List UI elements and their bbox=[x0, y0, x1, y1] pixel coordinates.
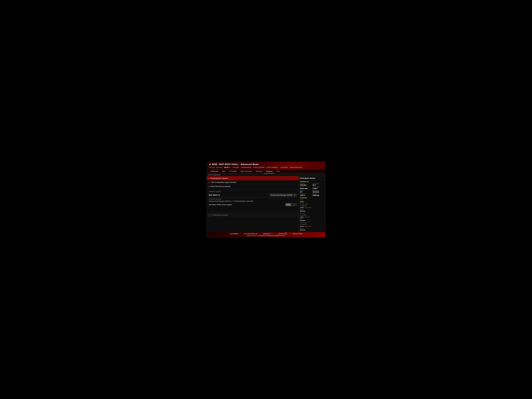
pred-cooler: Cooler 149 pts bbox=[300, 199, 324, 203]
pred-nonavx: NonAVX V reqfor 4600MHz 1.148 V Max nonA… bbox=[300, 203, 324, 212]
pred-avx: AVX V reqfor 4600MHz 1.220 V Max AVXStab… bbox=[300, 213, 324, 222]
tab-main[interactable]: Main bbox=[220, 169, 227, 173]
boot-option-1-value: Windows Boot Manager (SATA6G… bbox=[271, 194, 294, 196]
tab-dopolnitelno[interactable]: Дополнительно bbox=[239, 169, 254, 173]
qfan-shortcut[interactable]: ⚙ Qfan Control(F6) bbox=[253, 167, 265, 168]
day-display: Wednesday bbox=[216, 167, 223, 168]
hw-bclk: BCLK 100.00 MHz bbox=[300, 186, 311, 189]
lang-shortcut[interactable]: ⊕ Русский bbox=[233, 167, 239, 168]
tab-monitor[interactable]: Монитор bbox=[254, 169, 264, 173]
boot-option-1-row: Boot Option #1 Windows Boot Manager (SAT… bbox=[209, 193, 297, 197]
section-boot-config[interactable]: ▶ Конфигурация загрузки bbox=[207, 176, 299, 180]
prediction-title: Prediction bbox=[300, 197, 324, 199]
ezmode-label: EzMode(F7) bbox=[263, 233, 271, 234]
monitor-icon: 🖥 bbox=[300, 177, 302, 179]
hw-ratio-label: Ratio bbox=[300, 190, 311, 191]
hotkeys-link[interactable]: Hot Keys 7 bbox=[279, 233, 287, 234]
hw-dram-freq-label: DRAM Freq. bbox=[313, 190, 324, 191]
content-area: ▶ Конфигурация загрузки ▶ CSM (Compatibi… bbox=[207, 176, 299, 232]
ez-tuning-wizard-link[interactable]: EZ Tuning Wizard ⚙ bbox=[244, 233, 257, 234]
hw-core-voltage-value: 1.048 V bbox=[313, 188, 324, 189]
hw-bclk-value: 100.00 MHz bbox=[300, 188, 311, 189]
last-modified-label: Last Modified bbox=[230, 233, 238, 234]
section-label-safe: Меню безопасной загрузки bbox=[211, 185, 230, 187]
hw-temp-label: Temperature bbox=[313, 183, 324, 184]
search-faq-label: Search on FAQ bbox=[292, 233, 302, 234]
ezmode-link[interactable]: EzMode(F7) ⊣ bbox=[263, 233, 273, 234]
dropdown-arrow-icon: ▼ bbox=[294, 194, 295, 196]
nav-bar: Избранное Main Ai Tweaker Дополнительно … bbox=[207, 169, 325, 173]
header: ⚡ ROG UEFI BIOS Utility – Advanced Mode … bbox=[207, 162, 325, 169]
date-display: 10/28/2020 bbox=[209, 167, 215, 168]
ezmode-icon: ⊣ bbox=[271, 233, 273, 234]
info-footer: i Конфигурация загрузки bbox=[207, 213, 299, 218]
wizard-icon: ⚙ bbox=[256, 233, 257, 234]
info-text: Конфигурация загрузки bbox=[212, 214, 228, 216]
cpu-memory-title: CPU/Memory bbox=[300, 181, 324, 183]
section-label-boot: Конфигурация загрузки bbox=[211, 177, 228, 179]
priority-section: Приоритет загрузки Boot Option #1 Window… bbox=[207, 189, 299, 208]
hotkeys-num: 7 bbox=[285, 233, 287, 234]
clock-icon: ⊕ bbox=[229, 166, 230, 168]
hw-bclk-label: BCLK bbox=[300, 186, 311, 188]
ami-nvme-label: AMI Native NVMe Driver Support bbox=[209, 204, 232, 206]
last-modified-link[interactable]: Last Modified bbox=[230, 233, 238, 234]
sep4: | bbox=[290, 233, 290, 234]
hw-temp: Temperature 38°C bbox=[313, 183, 324, 186]
search-faq-link[interactable]: Search on FAQ bbox=[292, 233, 302, 234]
datetime-display: 10/28/2020 Wednesday 23:32 ⊕ bbox=[209, 166, 230, 168]
ai-oc-shortcut[interactable]: ● AI OC Guide(F11) bbox=[266, 167, 278, 168]
hw-dram-volt-value: 1.350 V bbox=[300, 195, 311, 196]
change-item: Windows Boot Manager (SATA6G_1: CT480BX5… bbox=[209, 200, 297, 203]
hw-dram-volt: DRAM Volt. 1.350 V bbox=[300, 193, 311, 196]
tab-zagruzka[interactable]: Загрузка bbox=[264, 169, 275, 173]
hw-freq-value: 3700 MHz bbox=[300, 184, 311, 186]
bios-title: UEFI BIOS Utility – Advanced Mode bbox=[219, 163, 259, 166]
hw-core-voltage-label: Core Voltage bbox=[313, 186, 324, 188]
ez-tuning-wizard-label: EZ Tuning Wizard bbox=[244, 233, 255, 234]
hw-monitor-title: 🖥 Hardware Monitor bbox=[300, 177, 324, 180]
hw-dram-freq: DRAM Freq. 3200 MHz bbox=[313, 190, 324, 193]
hotkeys-label: Hot Keys bbox=[279, 233, 284, 234]
breadcrumb: Boot Configuration bbox=[207, 173, 325, 176]
tab-ai-tweaker[interactable]: Ai Tweaker bbox=[227, 169, 239, 173]
hw-capacity-label: Capacity bbox=[313, 193, 324, 195]
hw-freq: Частота 3700 MHz bbox=[300, 183, 311, 186]
section-csm[interactable]: ▶ CSM (Compatibility Support Module) bbox=[207, 180, 299, 184]
sep2: | bbox=[260, 233, 260, 234]
section-safe-boot[interactable]: ▶ Меню безопасной загрузки bbox=[207, 184, 299, 189]
hw-temp-value: 38°C bbox=[313, 184, 324, 186]
sep1: | bbox=[241, 233, 241, 234]
bottom-links: Last Modified | EZ Tuning Wizard ⚙ | EzM… bbox=[230, 233, 302, 234]
hw-capacity-value: 16384 MB bbox=[313, 195, 324, 196]
change-label: Изменение загрузки bbox=[209, 197, 297, 200]
info-icon: i bbox=[209, 214, 211, 216]
boot-option-1-dropdown[interactable]: Windows Boot Manager (SATA6G… ▼ bbox=[269, 194, 297, 196]
version-text: Version 2.20.1271. Copyright (C) 2019 Am… bbox=[247, 235, 285, 236]
bios-screen: ⚡ ROG UEFI BIOS Utility – Advanced Mode … bbox=[207, 162, 325, 237]
time-display: 23:32 bbox=[224, 166, 228, 168]
myfavorite-shortcut[interactable]: ☰ MyFavorite(F3) bbox=[241, 167, 251, 168]
search-shortcut[interactable]: ? Search(F9) bbox=[280, 167, 288, 168]
hw-capacity: Capacity 16384 MB bbox=[313, 193, 324, 196]
cpu-memory-grid: Частота 3700 MHz Temperature 38°C BCLK 1… bbox=[300, 183, 324, 196]
toggle-off[interactable]: Off bbox=[291, 203, 297, 206]
hw-core-voltage: Core Voltage 1.048 V bbox=[313, 186, 324, 189]
priority-label: Приоритет загрузки bbox=[209, 190, 297, 193]
tab-izbrannoye[interactable]: Избранное bbox=[209, 169, 220, 173]
sep3: | bbox=[275, 233, 276, 234]
arrow-icon: ▶ bbox=[209, 177, 210, 179]
shortcuts-bar: ⊕ Русский ☰ MyFavorite(F3) ⚙ Qfan Contro… bbox=[233, 167, 302, 168]
aura-shortcut[interactable]: ❋ AURA ON/OFF(F4) bbox=[290, 167, 302, 168]
hw-dram-volt-label: DRAM Volt. bbox=[300, 193, 311, 195]
arrow-icon-csm: ▶ bbox=[209, 182, 210, 183]
section-label-csm: CSM (Compatibility Support Module) bbox=[211, 181, 236, 183]
toggle-on[interactable]: On bbox=[285, 203, 291, 206]
hw-monitor-panel: 🖥 Hardware Monitor CPU/Memory Частота 37… bbox=[299, 176, 325, 232]
tab-tool[interactable]: Tool bbox=[275, 169, 281, 173]
hw-ratio: Ratio 37x bbox=[300, 190, 311, 193]
pred-cache: Cache V reqfor 4300MHz 1.124 V Max Cache… bbox=[300, 222, 324, 231]
bottom-bar: Last Modified | EZ Tuning Wizard ⚙ | EzM… bbox=[207, 232, 325, 237]
main-area: ▶ Конфигурация загрузки ▶ CSM (Compatibi… bbox=[207, 176, 325, 232]
ami-nvme-toggle[interactable]: On Off bbox=[285, 203, 297, 206]
